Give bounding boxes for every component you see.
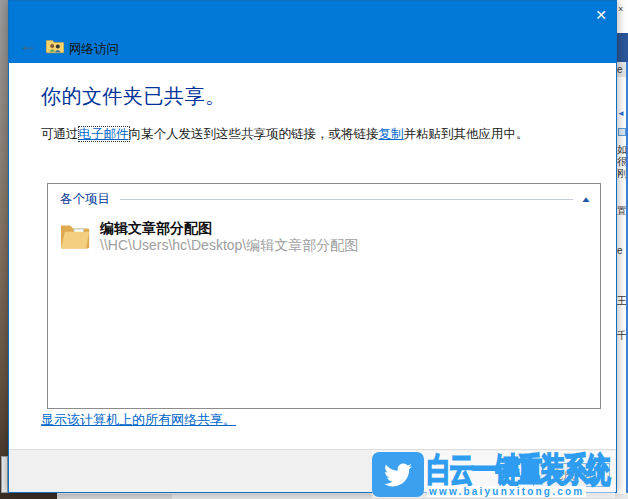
window-title: 网络访问 (69, 41, 119, 58)
shared-items-group: 各个项目 ▲ 编辑文章部分配图 \\HC\Users\hc\Desktop\编辑… (47, 183, 601, 409)
background-window-bottom-segment (57, 494, 172, 499)
shared-item-name: 编辑文章部分配图 (100, 220, 358, 237)
close-icon: ✕ (595, 7, 607, 23)
dialog-content: 你的文件夹已共享。 可通过电子邮件向某个人发送到这些共享项的链接，或将链接复制并… (9, 63, 616, 451)
shared-folder-icon (46, 38, 64, 54)
group-header-label: 各个项目 (60, 191, 110, 208)
desktop-screen: × e ◄ 如 很 刚 置 e 王 千 ← 网络访问 (0, 0, 628, 499)
close-button[interactable]: ✕ (591, 5, 611, 25)
bg-icon-fragment (618, 128, 626, 136)
group-header-divider (120, 199, 573, 200)
footer-bar: 完成(D) (9, 449, 616, 492)
shared-item-path: \\HC\Users\hc\Desktop\编辑文章部分配图 (100, 237, 358, 254)
show-all-shares-link[interactable]: 显示该计算机上的所有网络共享。 (41, 411, 236, 429)
collapse-chevron-icon[interactable]: ▲ (580, 195, 592, 204)
instruction-text: 可通过电子邮件向某个人发送到这些共享项的链接，或将链接复制并粘贴到其他应用中。 (41, 126, 581, 143)
background-window-left-fragment (1, 456, 8, 493)
group-header: 各个项目 ▲ (60, 191, 590, 207)
back-button[interactable]: ← (17, 35, 39, 57)
shared-item-text: 编辑文章部分配图 \\HC\Users\hc\Desktop\编辑文章部分配图 (100, 220, 358, 254)
folder-icon (60, 222, 90, 250)
done-button[interactable]: 完成(D) (533, 463, 610, 487)
instruction-part2: 向某个人发送到这些共享项的链接，或将链接 (129, 127, 379, 141)
instruction-part3: 并粘贴到其他应用中。 (404, 127, 529, 141)
network-access-dialog: ← 网络访问 ✕ 你的文件夹已共享。 可通过电子邮件向某个人发送到这些共享项的链… (8, 0, 617, 493)
shared-item-row[interactable]: 编辑文章部分配图 \\HC\Users\hc\Desktop\编辑文章部分配图 (60, 220, 358, 254)
background-titlebar-fragment (617, 33, 628, 62)
background-close-icon: × (618, 4, 623, 14)
title-bar[interactable]: ← 网络访问 ✕ (9, 1, 616, 63)
email-link[interactable]: 电子邮件 (79, 127, 129, 141)
copy-link[interactable]: 复制 (379, 127, 404, 141)
instruction-part1: 可通过 (41, 127, 79, 141)
back-arrow-icon: ← (19, 35, 37, 55)
page-title: 你的文件夹已共享。 (41, 83, 226, 110)
